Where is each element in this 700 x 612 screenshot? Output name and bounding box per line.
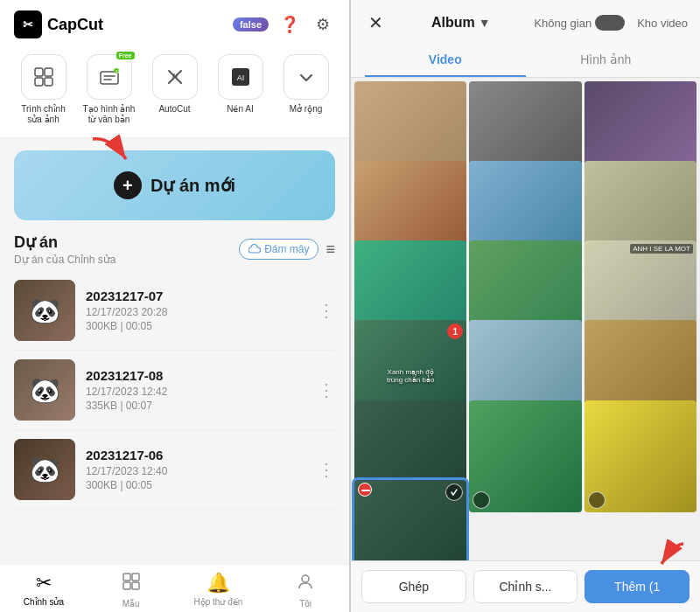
bell-icon: 🔔 xyxy=(206,572,230,595)
video-overlay-text: ANH I SE LA MOT xyxy=(630,244,693,254)
svg-line-17 xyxy=(453,490,457,495)
tool-label-more: Mở rộng xyxy=(290,104,323,115)
logo: ✂ CapCut xyxy=(14,10,103,38)
help-icon[interactable]: ❓ xyxy=(277,12,302,37)
project-meta-2: 335KB | 00:07 xyxy=(86,400,307,412)
tool-autocut[interactable]: AI AutoCut xyxy=(145,54,204,125)
projects-subtitle: Dự án của Chỉnh sửa xyxy=(14,254,116,266)
select-circle-15 xyxy=(588,491,606,509)
pro-badge[interactable]: false xyxy=(233,17,269,31)
list-item[interactable] xyxy=(469,400,581,512)
album-selector[interactable]: Album ▼ xyxy=(431,15,491,31)
project-thumb-1: 🐼 xyxy=(14,280,75,341)
new-project-button[interactable]: + Dự án mới xyxy=(14,150,335,220)
chinh-sua-button[interactable]: Chỉnh s... xyxy=(473,570,578,603)
svg-text:AI: AI xyxy=(115,69,119,74)
header-right: false ❓ ⚙ xyxy=(233,12,335,37)
table-row[interactable]: 🐼 20231217-08 12/17/2023 12:42 335KB | 0… xyxy=(14,351,335,430)
tool-text-img[interactable]: Free AI Tạo hình ảnhtừ văn bản xyxy=(80,54,138,125)
nav-item-profile[interactable]: Tôi xyxy=(262,572,349,609)
nav-item-edit[interactable]: ✂ Chỉnh sửa xyxy=(0,572,88,609)
table-row[interactable]: 🐼 20231217-06 12/17/2023 12:40 300KB | 0… xyxy=(14,430,335,510)
free-badge: Free xyxy=(116,52,135,59)
projects-actions: Đám mây ≡ xyxy=(239,239,335,260)
kho-video-label: Kho video xyxy=(637,17,688,30)
projects-title-block: Dự án Dự án của Chỉnh sửa xyxy=(14,233,116,266)
khong-gian-tab[interactable]: Không gian xyxy=(534,15,625,31)
project-name-1: 20231217-07 xyxy=(86,289,307,303)
tool-label-text-img: Tạo hình ảnhtừ văn bản xyxy=(83,104,136,125)
cloud-button[interactable]: Đám mây xyxy=(239,239,318,260)
tool-label-trim: Trình chỉnhsửa ảnh xyxy=(21,104,65,125)
svg-rect-12 xyxy=(132,574,139,581)
svg-rect-0 xyxy=(35,68,43,76)
project-more-3[interactable]: ⋮ xyxy=(318,459,335,480)
ghep-button[interactable]: Ghép xyxy=(361,570,466,603)
tools-grid: Trình chỉnhsửa ảnh Free AI Tạo hình ảnht… xyxy=(14,54,335,125)
project-more-1[interactable]: ⋮ xyxy=(318,300,335,321)
nav-item-notifications[interactable]: 🔔 Hộp thư đến xyxy=(175,572,262,609)
templates-icon xyxy=(122,572,141,596)
kho-video-tab[interactable]: Kho video xyxy=(637,17,688,30)
project-name-2: 20231217-08 xyxy=(86,368,307,383)
video-grid: 01:26 01:52 03:41 01:55 00:23 02:49 00:2… xyxy=(351,78,700,560)
profile-icon xyxy=(296,572,315,596)
svg-rect-2 xyxy=(35,78,43,86)
cloud-btn-label: Đám mây xyxy=(264,243,309,255)
svg-rect-14 xyxy=(132,582,139,589)
app-header: ✂ CapCut false ❓ ⚙ xyxy=(0,0,349,45)
khong-gian-label: Không gian xyxy=(534,17,592,30)
project-info-3: 20231217-06 12/17/2023 12:40 300KB | 00:… xyxy=(86,448,307,491)
project-thumb-2: 🐼 xyxy=(14,359,75,421)
project-more-2[interactable]: ⋮ xyxy=(318,379,335,400)
left-panel: ✂ CapCut false ❓ ⚙ Trình chỉnhsửa ảnh Fr… xyxy=(0,0,349,612)
list-item[interactable] xyxy=(584,400,696,512)
tool-icon-text-img: Free AI xyxy=(87,54,132,100)
red-arrow-them xyxy=(648,539,692,577)
tool-ai-bg[interactable]: AI Nền AI xyxy=(211,54,270,125)
settings-icon[interactable]: ⚙ xyxy=(311,12,335,37)
tool-icon-autocut: AI xyxy=(152,54,198,100)
project-info-1: 20231217-07 12/17/2023 20:28 300KB | 00:… xyxy=(86,289,307,332)
tool-icon-ai-bg: AI xyxy=(218,54,263,100)
nav-label-templates: Mẫu xyxy=(122,599,140,609)
them-button[interactable]: Thêm (1 xyxy=(584,570,690,603)
right-panel: ✕ Album ▼ Không gian Kho video Video Hìn… xyxy=(351,0,700,612)
tab-hinh-anh[interactable]: Hình ảnh xyxy=(526,44,687,77)
list-item-selected[interactable]: 00:40 xyxy=(354,480,466,560)
red-dot: 1 xyxy=(447,323,463,339)
bottom-actions: Ghép Chỉnh s... Thêm (1 xyxy=(351,560,700,612)
app-name: CapCut xyxy=(47,16,103,34)
projects-header: Dự án Dự án của Chỉnh sửa Đám mây ≡ xyxy=(0,233,349,271)
table-row[interactable]: 🐼 20231217-07 12/17/2023 20:28 300KB | 0… xyxy=(14,271,335,351)
tool-label-autocut: AutoCut xyxy=(158,104,190,115)
close-button[interactable]: ✕ xyxy=(363,10,388,35)
tab-video[interactable]: Video xyxy=(365,44,526,77)
right-header-tabs: Không gian Kho video xyxy=(534,15,688,31)
bottom-nav: ✂ Chỉnh sửa Mẫu 🔔 Hộp thư đến Tôi xyxy=(0,564,349,612)
tool-icon-more xyxy=(284,54,329,100)
projects-list: 🐼 20231217-07 12/17/2023 20:28 300KB | 0… xyxy=(0,271,349,564)
svg-rect-13 xyxy=(123,582,130,589)
right-tabs: Video Hình ảnh xyxy=(351,44,700,78)
nav-item-templates[interactable]: Mẫu xyxy=(88,572,175,609)
scissors-icon: ✂ xyxy=(36,572,52,595)
plus-icon: + xyxy=(114,171,142,199)
svg-rect-1 xyxy=(45,68,52,76)
tool-more[interactable]: Mở rộng xyxy=(276,54,335,125)
project-date-2: 12/17/2023 12:42 xyxy=(86,386,307,398)
svg-rect-3 xyxy=(45,78,52,86)
select-circle-14 xyxy=(472,491,490,509)
album-label: Album xyxy=(431,15,475,31)
remove-icon xyxy=(358,483,372,497)
project-name-3: 20231217-06 xyxy=(86,448,307,462)
new-project-section: + Dự án mới xyxy=(14,150,335,220)
tool-trim[interactable]: Trình chỉnhsửa ảnh xyxy=(14,54,73,125)
sort-icon[interactable]: ≡ xyxy=(326,240,335,259)
project-date-1: 12/17/2023 20:28 xyxy=(86,306,307,318)
toggle-pill[interactable] xyxy=(595,15,625,31)
new-project-label: Dự án mới xyxy=(150,175,235,196)
project-thumb-3: 🐼 xyxy=(14,439,75,500)
tool-icon-trim xyxy=(21,54,66,100)
project-meta-3: 300KB | 00:05 xyxy=(86,479,307,491)
